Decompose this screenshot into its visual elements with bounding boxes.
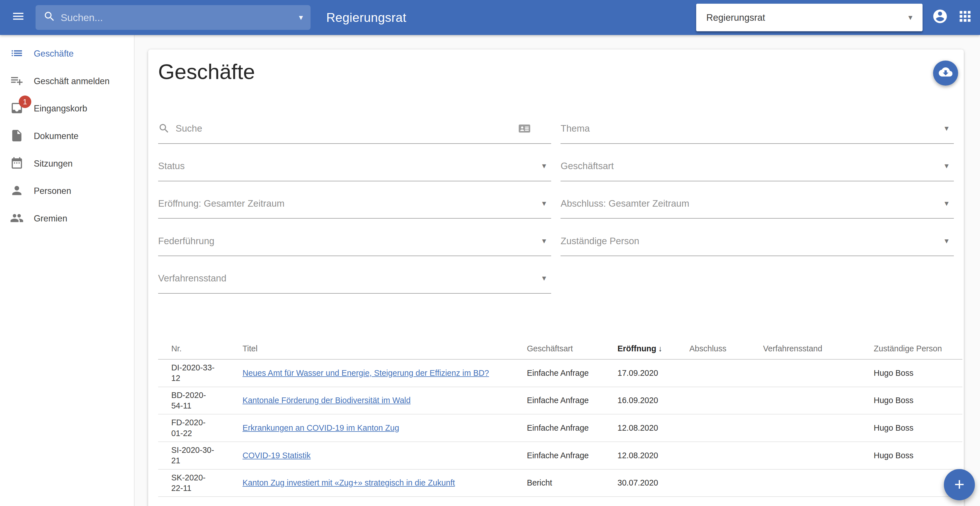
sidebar-item-sitzungen[interactable]: Sitzungen [0,150,134,178]
cell-zustaendige-person: Hugo Boss [873,442,963,470]
filter-status[interactable]: Status ▼ [158,151,551,181]
calendar-icon [10,156,25,171]
geschaeft-link[interactable]: Neues Amt für Wasser und Energie, Steige… [243,368,489,378]
column-header-verfahrensstand[interactable]: Verfahrensstand [763,338,873,359]
cell-titel: Kanton Zug investiert mit «Zug+» strateg… [243,470,527,497]
table-header-row: Nr. Titel Geschäftsart Eröffnung↓ Abschl… [158,338,963,359]
filter-verfahrensstand[interactable]: Verfahrensstand ▼ [158,264,551,293]
account-button[interactable] [928,5,952,30]
chevron-down-icon: ▼ [541,162,547,170]
chevron-down-icon: ▼ [943,200,950,208]
sidebar-item-dokumente[interactable]: Dokumente [0,122,134,150]
main-area: Geschäfte Suche Thema ▼ [135,35,980,506]
chevron-down-icon: ▼ [943,162,950,170]
apps-grid-icon [957,8,973,27]
filter-eroeffnung-zeitraum[interactable]: Eröffnung: Gesamter Zeitraum ▼ [158,189,551,219]
filter-label: Eröffnung: Gesamter Zeitraum [158,198,541,209]
cell-verfahrensstand [763,387,873,414]
sidebar-item-label: Eingangskorb [34,103,87,114]
table-row: SK-2020-22-11 Kanton Zug investiert mit … [158,470,963,497]
sidebar-item-personen[interactable]: Personen [0,178,134,205]
chevron-down-icon: ▼ [541,200,547,208]
cell-eroeffnung: 30.07.2020 [617,470,689,497]
chevron-down-icon: ▼ [943,125,950,132]
playlist-add-icon [10,74,25,89]
apps-menu-button[interactable] [952,5,977,30]
filter-federfuehrung[interactable]: Federführung ▼ [158,226,551,256]
cell-nr: SK-2020-22-11 [158,470,243,497]
cell-titel: Neues Amt für Wasser und Energie, Steige… [243,359,527,387]
filter-label: Zuständige Person [560,236,943,246]
cell-abschluss [689,414,763,442]
filter-abschluss-zeitraum[interactable]: Abschluss: Gesamter Zeitraum ▼ [560,189,953,219]
sidebar-item-eingangskorb[interactable]: 1 Eingangskorb [0,95,134,122]
column-header-geschaeftsart[interactable]: Geschäftsart [527,338,618,359]
column-header-zustaendige-person[interactable]: Zuständige Person [873,338,963,359]
sidebar-item-label: Personen [34,186,72,196]
chevron-down-icon: ▼ [943,237,950,245]
column-header-nr[interactable]: Nr. [158,338,243,359]
filter-geschaeftsart[interactable]: Geschäftsart ▼ [560,151,953,181]
cell-titel: COVID-19 Statistik [243,442,527,470]
person-icon [10,184,25,199]
tenant-selector-value: Regierungsrat [706,12,907,23]
column-header-titel[interactable]: Titel [243,338,527,359]
table-row: BD-2020-54-11 Kantonale Förderung der Bi… [158,387,963,414]
column-header-eroeffnung[interactable]: Eröffnung↓ [617,338,689,359]
cell-nr: FD-2020-01-22 [158,414,243,442]
cell-zustaendige-person: Hugo Boss [873,414,963,442]
filter-empty-slot [560,264,953,293]
geschaeft-link[interactable]: Kantonale Förderung der Biodiversität im… [243,396,410,405]
table-row: DI-2020-33-12 Neues Amt für Wasser und E… [158,359,963,387]
chevron-down-icon[interactable]: ▼ [298,14,304,22]
sidebar-item-label: Dokumente [34,131,78,141]
inbox-icon: 1 [10,101,25,116]
filter-label: Thema [560,123,943,134]
contact-card-icon[interactable] [518,122,531,135]
cell-nr: DI-2020-33-12 [158,359,243,387]
chevron-down-icon: ▼ [907,14,914,22]
search-icon [43,10,56,25]
cell-eroeffnung: 12.08.2020 [617,414,689,442]
global-search[interactable]: ▼ [35,5,310,30]
filter-thema[interactable]: Thema ▼ [560,114,953,144]
filter-panel: Suche Thema ▼ Status ▼ Geschäftsart ▼ [158,114,954,293]
filter-zustaendige-person[interactable]: Zuständige Person ▼ [560,226,953,256]
cell-verfahrensstand [763,442,873,470]
cell-geschaeftsart: Einfache Anfrage [527,414,618,442]
sidebar-item-gremien[interactable]: Gremien [0,205,134,233]
geschaefte-table: Nr. Titel Geschäftsart Eröffnung↓ Abschl… [158,338,963,497]
geschaeft-link[interactable]: Erkrankungen an COVID-19 im Kanton Zug [243,423,399,432]
menu-icon [11,10,25,25]
geschaeft-link[interactable]: Kanton Zug investiert mit «Zug+» strateg… [243,478,455,487]
search-icon [158,122,170,135]
filter-label: Geschäftsart [560,160,943,171]
geschaefte-card: Geschäfte Suche Thema ▼ [148,49,964,506]
sidebar-item-label: Gremien [34,214,67,224]
export-button[interactable] [933,60,958,86]
cell-geschaeftsart: Einfache Anfrage [527,359,618,387]
cell-geschaeftsart: Bericht [527,470,618,497]
sidebar-item-geschaeft-anmelden[interactable]: Geschäft anmelden [0,67,134,95]
cell-eroeffnung: 17.09.2020 [617,359,689,387]
cell-nr: BD-2020-54-11 [158,387,243,414]
sidebar-item-label: Geschäft anmelden [34,76,110,86]
cell-verfahrensstand [763,414,873,442]
app-title: Regierungsrat [326,11,406,25]
geschaeft-link[interactable]: COVID-19 Statistik [243,451,311,460]
cell-verfahrensstand [763,470,873,497]
menu-button[interactable] [4,4,32,31]
add-geschaeft-button[interactable]: + [944,469,975,500]
global-search-input[interactable] [60,12,294,23]
filter-label: Federführung [158,236,541,246]
column-header-abschluss[interactable]: Abschluss [689,338,763,359]
tenant-selector[interactable]: Regierungsrat ▼ [696,4,923,31]
cell-titel: Kantonale Förderung der Biodiversität im… [243,387,527,414]
cell-abschluss [689,470,763,497]
filter-suche[interactable]: Suche [158,114,551,144]
cell-titel: Erkrankungen an COVID-19 im Kanton Zug [243,414,527,442]
sidebar-item-geschaefte[interactable]: Geschäfte [0,40,134,68]
sidebar-nav: Geschäfte Geschäft anmelden 1 Eingangsko… [0,35,135,506]
cell-zustaendige-person: Hugo Boss [873,387,963,414]
cell-nr: SI-2020-30-21 [158,442,243,470]
